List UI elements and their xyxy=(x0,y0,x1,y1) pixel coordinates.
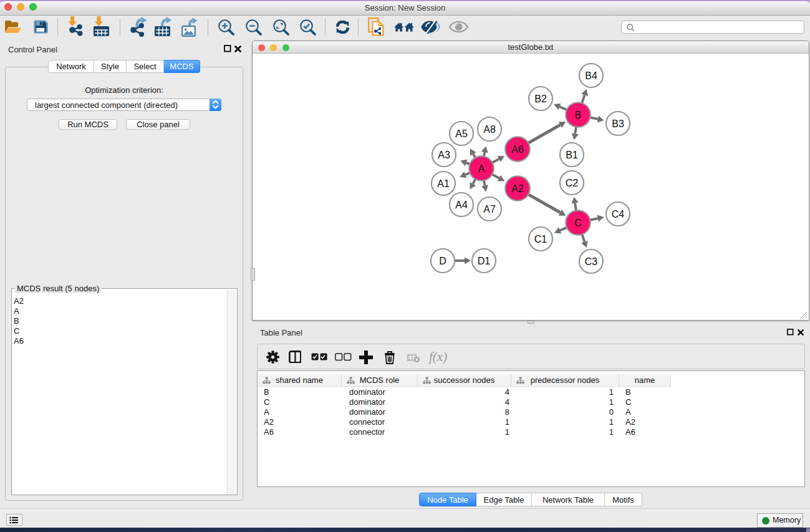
svg-text:A3: A3 xyxy=(438,150,450,160)
svg-text:B4: B4 xyxy=(585,70,597,81)
svg-text:A5: A5 xyxy=(455,128,468,139)
svg-text:C4: C4 xyxy=(612,209,625,220)
svg-text:B: B xyxy=(575,110,582,120)
svg-text:A4: A4 xyxy=(455,200,468,210)
svg-text:D: D xyxy=(439,256,446,266)
svg-text:A2: A2 xyxy=(511,183,524,194)
svg-text:C3: C3 xyxy=(585,256,598,267)
svg-text:D1: D1 xyxy=(478,256,491,266)
svg-text:A: A xyxy=(478,163,485,174)
svg-text:B3: B3 xyxy=(612,118,624,129)
svg-text:B1: B1 xyxy=(566,150,578,160)
svg-text:C1: C1 xyxy=(534,234,547,244)
svg-text:C2: C2 xyxy=(566,178,579,188)
svg-text:B2: B2 xyxy=(534,94,547,104)
svg-text:A6: A6 xyxy=(511,144,524,155)
svg-text:C: C xyxy=(574,218,582,228)
svg-text:A8: A8 xyxy=(483,124,496,135)
svg-text:A1: A1 xyxy=(437,178,450,189)
svg-text:A7: A7 xyxy=(483,204,496,215)
